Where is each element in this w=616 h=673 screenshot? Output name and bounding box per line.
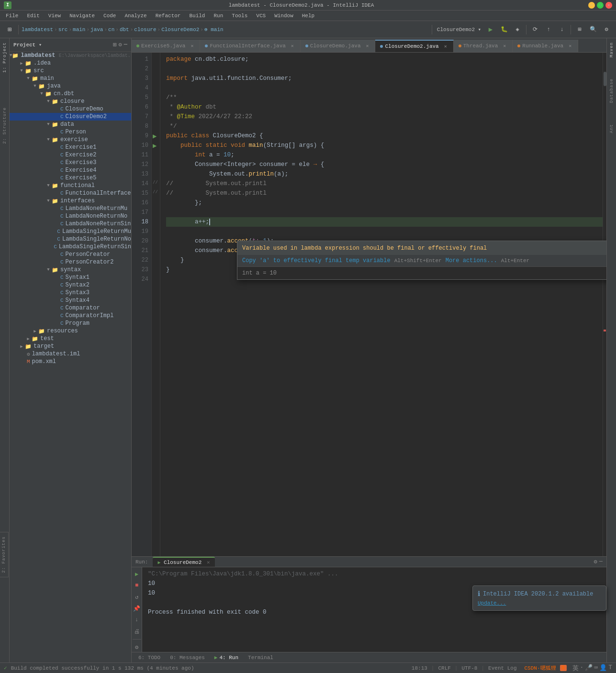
menu-build[interactable]: Build: [185, 12, 209, 20]
tree-comparatorimpl[interactable]: ▶CComparatorImpl: [10, 312, 131, 320]
tree-closuredemo[interactable]: ▶ C ClosureDemo: [10, 105, 131, 113]
tree-java[interactable]: ▼ 📁 java: [10, 82, 131, 90]
run-settings-icon[interactable]: ⚙: [594, 558, 597, 565]
toolbar-search[interactable]: 🔍: [587, 24, 599, 35]
tree-syntax4[interactable]: ▶CSyntax4: [10, 297, 131, 304]
run-restore-btn[interactable]: ↺: [132, 592, 142, 602]
bottom-tab-run[interactable]: ▶ 4: Run: [212, 653, 241, 662]
run-tab-close[interactable]: ✕: [207, 560, 210, 565]
run-button[interactable]: ▶: [485, 24, 496, 35]
menu-run[interactable]: Run: [210, 12, 227, 20]
maximize-button[interactable]: □: [597, 2, 604, 9]
panel-label-project[interactable]: 1: Project: [2, 40, 7, 75]
tree-exercise4[interactable]: ▶CExercise4: [10, 166, 131, 174]
tree-target[interactable]: ▶ 📁 target: [10, 342, 131, 350]
hint-copy-action[interactable]: Copy 'a' to effectively final temp varia…: [242, 257, 391, 264]
tree-syntax3[interactable]: ▶CSyntax3: [10, 289, 131, 297]
run-stop-btn[interactable]: ■: [132, 581, 142, 590]
run-rerun-btn[interactable]: ▶: [132, 569, 142, 579]
tree-exercise2[interactable]: ▶CExercise2: [10, 151, 131, 159]
tree-lsrs[interactable]: ▶CLambdaSingleReturnSin: [10, 243, 131, 251]
bottom-tab-messages[interactable]: 0: Messages: [167, 654, 208, 662]
tree-main[interactable]: ▼ 📁 main: [10, 75, 131, 82]
notif-update-link[interactable]: Update...: [478, 600, 506, 606]
breadcrumb-lambdatest[interactable]: lambdatest: [22, 27, 53, 33]
tree-person[interactable]: ▶ C Person: [10, 128, 131, 136]
status-icon-s[interactable]: S: [560, 665, 567, 671]
tree-functional[interactable]: ▼ 📁 functional: [10, 182, 131, 189]
tree-lnrs[interactable]: ▶CLambdaNoneReturnSin: [10, 220, 131, 228]
menu-refactor[interactable]: Refactor: [152, 12, 185, 20]
tree-closuredemo2[interactable]: ▶ C ClosureDemo2: [10, 113, 131, 121]
run-tab-closuredemo2[interactable]: ▶ ClosureDemo2 ✕: [153, 557, 214, 567]
tab-exercise5[interactable]: Exercise5.java ✕: [132, 40, 200, 52]
editor-scrollbar[interactable]: [603, 53, 606, 556]
breadcrumb-cn[interactable]: cn: [108, 27, 114, 33]
tree-lnrm[interactable]: ▶CLambdaNoneReturnMu: [10, 205, 131, 212]
tree-syntax[interactable]: ▼ 📁 syntax: [10, 266, 131, 274]
breadcrumb-dbt[interactable]: dbt: [120, 27, 129, 33]
tree-exercise5[interactable]: ▶CExercise5: [10, 174, 131, 182]
tree-cn-dbt[interactable]: ▼ 📁 cn.dbt: [10, 90, 131, 98]
tab-close-exercise5[interactable]: ✕: [189, 43, 195, 49]
toolbar-pull[interactable]: ↓: [556, 24, 568, 35]
editor-area[interactable]: 1 2 3 4 5 6 7 8 9 10 11 12 13 14 15 16 1: [132, 53, 606, 556]
tree-resources[interactable]: ▶ 📁 resources: [10, 327, 131, 335]
scrollbar-thumb[interactable]: [604, 72, 606, 86]
project-collapse-icon[interactable]: —: [124, 41, 127, 48]
status-encoding[interactable]: UTF-8: [461, 665, 477, 671]
hint-more-actions[interactable]: More actions...: [446, 257, 497, 264]
tree-src[interactable]: ▼ 📁 src: [10, 67, 131, 75]
tree-test[interactable]: ▶ 📁 test: [10, 335, 131, 342]
tree-program[interactable]: ▶CProgram: [10, 320, 131, 327]
menu-view[interactable]: View: [45, 12, 65, 20]
tab-close-thread[interactable]: ✕: [502, 43, 507, 49]
breadcrumb-main-method[interactable]: ⊕ main: [204, 26, 224, 33]
tab-close-cd2[interactable]: ✕: [443, 44, 448, 49]
tab-closuredemo2[interactable]: ClosureDemo2.java ✕: [375, 40, 453, 52]
panel-label-database[interactable]: Database: [609, 77, 614, 105]
tree-idea[interactable]: ▶ 📁 .idea: [10, 59, 131, 67]
tree-closure[interactable]: ▼ 📁 closure: [10, 98, 131, 105]
tab-close-cd[interactable]: ✕: [364, 43, 370, 49]
menu-code[interactable]: Code: [100, 12, 120, 20]
toolbar-vcs[interactable]: ⟳: [529, 24, 541, 35]
close-button[interactable]: ✕: [605, 2, 612, 9]
run-gutter-9[interactable]: ▶: [153, 132, 157, 140]
tree-pom-xml[interactable]: ▶ M pom.xml: [10, 358, 131, 365]
breadcrumb-src[interactable]: src: [58, 27, 68, 33]
run-gutter-10[interactable]: ▶: [153, 142, 157, 150]
coverage-button[interactable]: ◈: [512, 24, 523, 35]
menu-vcs[interactable]: VCS: [252, 12, 269, 20]
project-settings-icon[interactable]: ⚙: [119, 41, 122, 48]
tree-lsrm[interactable]: ▶CLambdaSingleReturnMu: [10, 228, 131, 235]
panel-label-structure[interactable]: 2: Structure: [2, 105, 7, 146]
menu-edit[interactable]: Edit: [23, 12, 43, 20]
toolbar-new-window[interactable]: ⊞: [4, 24, 15, 35]
status-event-log[interactable]: Event Log: [488, 665, 516, 671]
code-content[interactable]: package cn.dbt.closure; import java.util…: [160, 53, 606, 556]
menu-file[interactable]: File: [2, 12, 22, 20]
toolbar-run-config[interactable]: ClosureDemo2 ▾: [435, 24, 483, 35]
bottom-tab-todo[interactable]: 6: TODO: [135, 654, 163, 662]
status-crlf[interactable]: CRLF: [438, 665, 450, 671]
tab-functionalinterface[interactable]: FunctionalInterface.java ✕: [200, 40, 300, 52]
tree-syntax1[interactable]: ▶CSyntax1: [10, 274, 131, 281]
panel-label-favorites[interactable]: 2: Favorites: [0, 532, 8, 577]
run-pin-btn[interactable]: 📌: [132, 604, 142, 613]
debug-button[interactable]: 🐛: [498, 24, 510, 35]
run-settings-gear[interactable]: ⚙: [132, 642, 142, 652]
tree-exercise3[interactable]: ▶CExercise3: [10, 159, 131, 166]
status-position[interactable]: 18:13: [412, 665, 427, 671]
tree-exercise[interactable]: ▼ 📁 exercise: [10, 136, 131, 143]
tab-runnable[interactable]: Runnable.java ✕: [513, 40, 578, 52]
tree-personcreator[interactable]: ▶CPersonCreator: [10, 251, 131, 258]
breadcrumb-closure[interactable]: closure: [134, 27, 156, 33]
tree-comparator[interactable]: ▶CComparator: [10, 304, 131, 312]
menu-help[interactable]: Help: [298, 12, 318, 20]
panel-label-ant[interactable]: Ant: [609, 122, 614, 135]
tree-lambdatest-iml[interactable]: ▶ ⚙ lambdatest.iml: [10, 350, 131, 358]
breadcrumb-closuredemo2[interactable]: ClosureDemo2: [161, 27, 199, 33]
tree-syntax2[interactable]: ▶CSyntax2: [10, 281, 131, 289]
tree-exercise1[interactable]: ▶CExercise1: [10, 143, 131, 151]
